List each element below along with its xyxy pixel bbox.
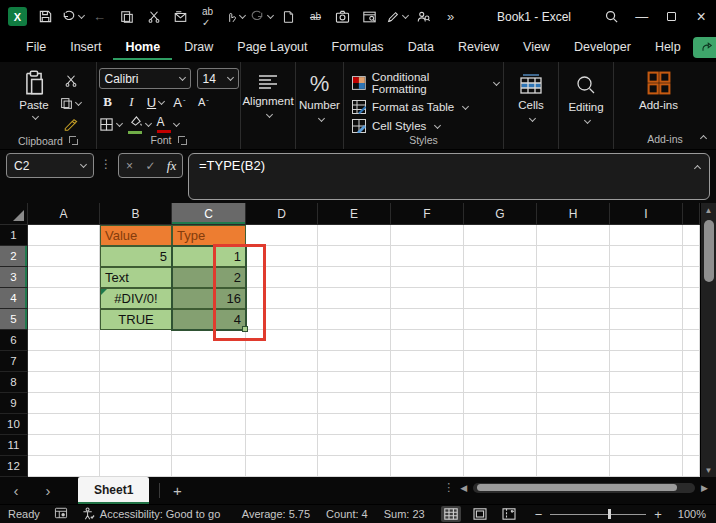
macro-record-icon[interactable] (54, 507, 68, 521)
cell-E3[interactable] (318, 267, 391, 288)
vertical-scrollbar-thumb[interactable] (704, 220, 714, 282)
cell-F7[interactable] (391, 351, 464, 372)
name-box[interactable]: C2 (6, 153, 94, 178)
scroll-down-icon[interactable]: ▼ (705, 463, 713, 477)
underline-button[interactable]: U (147, 93, 165, 111)
cell-F4[interactable] (391, 288, 464, 309)
cell-H12[interactable] (537, 456, 610, 477)
cell-F1[interactable] (391, 225, 464, 246)
cell-A12[interactable] (28, 456, 100, 477)
cell-A11[interactable] (28, 435, 100, 456)
tab-help[interactable]: Help (643, 35, 693, 61)
cell-B6[interactable] (100, 330, 172, 351)
zoom-out-button[interactable]: − (535, 507, 543, 522)
row-header-11[interactable]: 11 (0, 435, 28, 456)
cell-B12[interactable] (100, 456, 172, 477)
cell-C7[interactable] (172, 351, 246, 372)
cell-B4[interactable]: #DIV/0! (100, 288, 172, 309)
cell-C4[interactable]: 16 (172, 288, 246, 309)
zoom-in-button[interactable]: + (654, 507, 662, 522)
cell-F9[interactable] (391, 393, 464, 414)
undo-icon[interactable] (60, 4, 85, 30)
cell-partial-6[interactable] (683, 330, 700, 351)
clipboard-dialog-launcher[interactable] (69, 136, 78, 145)
tab-home[interactable]: Home (113, 35, 172, 61)
cell-D4[interactable] (246, 288, 318, 309)
zoom-slider-thumb[interactable] (608, 509, 611, 519)
column-header-D[interactable]: D (246, 203, 318, 225)
paste-button[interactable]: Paste (12, 66, 55, 121)
cell-B9[interactable] (100, 393, 172, 414)
column-header-partial[interactable] (683, 203, 700, 225)
row-header-7[interactable]: 7 (0, 351, 28, 372)
fill-handle[interactable] (242, 326, 248, 332)
scroll-left-icon[interactable]: ◀ (460, 483, 467, 493)
editing-button[interactable]: Editing (563, 66, 609, 125)
cell-D7[interactable] (246, 351, 318, 372)
number-button[interactable]: % Number (300, 66, 339, 123)
cell-A7[interactable] (28, 351, 100, 372)
cell-B8[interactable] (100, 372, 172, 393)
cell-A5[interactable] (28, 309, 100, 330)
cell-F5[interactable] (391, 309, 464, 330)
people-search-icon[interactable] (411, 4, 436, 30)
cell-H1[interactable] (537, 225, 610, 246)
print-preview-icon[interactable] (357, 4, 382, 30)
scroll-right-icon[interactable]: ▶ (701, 483, 708, 493)
cell-H5[interactable] (537, 309, 610, 330)
cell-C11[interactable] (172, 435, 246, 456)
row-header-5[interactable]: 5 (0, 309, 28, 330)
cell-partial-7[interactable] (683, 351, 700, 372)
cell-D12[interactable] (246, 456, 318, 477)
tab-formulas[interactable]: Formulas (320, 35, 396, 61)
cell-G8[interactable] (464, 372, 537, 393)
cell-E12[interactable] (318, 456, 391, 477)
share-button[interactable]: Share (693, 37, 716, 58)
cell-A6[interactable] (28, 330, 100, 351)
cell-B5[interactable]: TRUE (100, 309, 172, 330)
font-color-button[interactable]: A (157, 115, 179, 133)
tab-data[interactable]: Data (396, 35, 446, 61)
horizontal-scrollbar-thumb[interactable] (477, 484, 677, 491)
cell-I12[interactable] (610, 456, 683, 477)
row-header-3[interactable]: 3 (0, 267, 28, 288)
font-size-combobox[interactable]: 14 (197, 68, 239, 89)
scrollbar-resize-handle[interactable]: ⋮ (443, 481, 454, 494)
cell-I3[interactable] (610, 267, 683, 288)
row-header-12[interactable]: 12 (0, 456, 28, 477)
vertical-scrollbar[interactable]: ▲ ▼ (700, 203, 716, 477)
cell-C10[interactable] (172, 414, 246, 435)
tab-view[interactable]: View (511, 35, 562, 61)
row-header-8[interactable]: 8 (0, 372, 28, 393)
cell-E11[interactable] (318, 435, 391, 456)
cell-C12[interactable] (172, 456, 246, 477)
cell-partial-3[interactable] (683, 267, 700, 288)
cell-A1[interactable] (28, 225, 100, 246)
cell-C2[interactable]: 1 (172, 246, 246, 267)
cell-G2[interactable] (464, 246, 537, 267)
tab-draw[interactable]: Draw (172, 35, 225, 61)
formula-bar-input[interactable]: =TYPE(B2) (188, 153, 710, 200)
cell-I1[interactable] (610, 225, 683, 246)
cell-partial-12[interactable] (683, 456, 700, 477)
cell-H7[interactable] (537, 351, 610, 372)
cell-A4[interactable] (28, 288, 100, 309)
page-break-view-button[interactable] (499, 506, 519, 522)
cell-I2[interactable] (610, 246, 683, 267)
collapse-formula-bar-icon[interactable] (694, 165, 701, 172)
status-count[interactable]: Count: 4 (326, 508, 368, 520)
column-header-F[interactable]: F (391, 203, 464, 225)
cell-partial-5[interactable] (683, 309, 700, 330)
addins-button[interactable]: Add-ins (632, 66, 685, 111)
tab-review[interactable]: Review (446, 35, 511, 61)
cell-H10[interactable] (537, 414, 610, 435)
cell-partial-9[interactable] (683, 393, 700, 414)
cell-E2[interactable] (318, 246, 391, 267)
scroll-up-icon[interactable]: ▲ (705, 203, 713, 217)
font-name-combobox[interactable]: Calibri (99, 68, 191, 89)
row-header-4[interactable]: 4 (0, 288, 28, 309)
cell-D9[interactable] (246, 393, 318, 414)
search-icon[interactable] (597, 0, 627, 33)
back-icon[interactable]: ← (87, 4, 112, 30)
italic-button[interactable]: I (123, 93, 141, 111)
